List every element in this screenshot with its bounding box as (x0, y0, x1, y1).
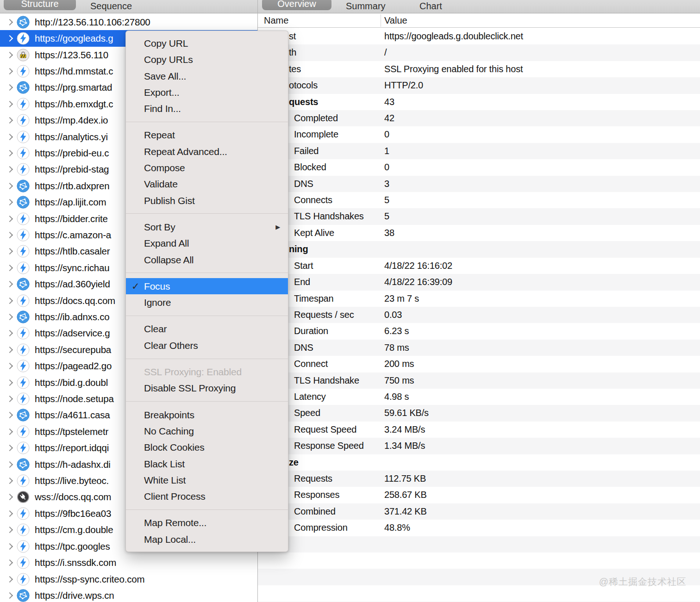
chevron-right-icon[interactable] (6, 314, 13, 320)
table-row[interactable]: Response Speed1.34 MB/s (258, 438, 700, 454)
table-row[interactable]: Incomplete0 (258, 126, 700, 143)
menu-item-validate[interactable]: Validate (126, 176, 288, 192)
chevron-right-icon[interactable] (6, 101, 13, 107)
menu-item-save-all[interactable]: Save All... (126, 68, 288, 84)
column-header-name[interactable]: Name (264, 15, 288, 26)
tab-overview[interactable]: Overview (262, 0, 331, 10)
chevron-right-icon[interactable] (6, 183, 13, 189)
column-header-value[interactable]: Value (384, 15, 407, 26)
chevron-right-icon[interactable] (6, 133, 13, 140)
url-row[interactable]: https://drive.wps.cn (0, 587, 257, 602)
chevron-right-icon[interactable] (6, 248, 13, 254)
chevron-right-icon[interactable] (6, 51, 13, 58)
menu-item-map-local[interactable]: Map Local... (126, 531, 288, 547)
chevron-right-icon[interactable] (6, 199, 13, 205)
table-row[interactable]: Request Speed3.24 MB/s (258, 422, 700, 438)
table-row[interactable]: Start4/18/22 16:16:02 (258, 258, 700, 274)
menu-item-export[interactable]: Export... (126, 84, 288, 100)
menu-item-no-caching[interactable]: No Caching (126, 423, 288, 439)
table-row[interactable]: TLS Handshakes5 (258, 208, 700, 224)
menu-item-focus[interactable]: ✓Focus (126, 278, 288, 294)
table-row[interactable]: tesSSL Proxying enabled for this host (258, 61, 700, 77)
chevron-right-icon[interactable] (6, 150, 13, 156)
table-row[interactable]: Combined371.42 KB (258, 503, 700, 520)
table-row[interactable]: TLS Handshake750 ms (258, 372, 700, 389)
menu-item-repeat-advanced[interactable]: Repeat Advanced... (126, 143, 288, 160)
chevron-right-icon[interactable] (6, 510, 13, 517)
table-row[interactable]: Completed42 (258, 110, 700, 126)
table-row[interactable]: Latency4.98 s (258, 389, 700, 405)
table-row[interactable]: Blocked0 (258, 159, 700, 175)
table-row[interactable]: ning (258, 241, 700, 257)
menu-item-copy-url[interactable]: Copy URL (126, 35, 288, 51)
chevron-right-icon[interactable] (6, 298, 13, 304)
url-row[interactable]: https://ssp-sync.criteo.com (0, 571, 257, 587)
table-row[interactable]: otocolsHTTP/2.0 (258, 77, 700, 93)
table-row[interactable]: sthttps://googleads.g.doubleclick.net (258, 28, 700, 44)
chevron-right-icon[interactable] (6, 527, 13, 533)
table-row[interactable]: Connect200 ms (258, 356, 700, 372)
menu-item-clear[interactable]: Clear (126, 321, 288, 337)
menu-item-copy-urls[interactable]: Copy URLs (126, 51, 288, 68)
menu-item-black-list[interactable]: Black List (126, 456, 288, 472)
column-divider[interactable] (381, 14, 381, 27)
menu-item-compose[interactable]: Compose (126, 160, 288, 176)
menu-item-disable-ssl-proxying[interactable]: Disable SSL Proxying (126, 380, 288, 396)
chevron-right-icon[interactable] (6, 543, 13, 550)
url-row[interactable]: http://123.56.110.106:27800 (0, 14, 257, 30)
chevron-right-icon[interactable] (6, 494, 13, 500)
chevron-right-icon[interactable] (6, 281, 13, 287)
menu-item-ignore[interactable]: Ignore (126, 294, 288, 310)
chevron-right-icon[interactable] (6, 576, 13, 582)
menu-item-sort-by[interactable]: Sort By▶ (126, 219, 288, 235)
menu-item-find-in[interactable]: Find In... (126, 100, 288, 117)
table-row[interactable]: Compression48.8% (258, 520, 700, 536)
table-row[interactable]: Duration6.23 s (258, 323, 700, 339)
table-row[interactable]: Speed59.61 KB/s (258, 405, 700, 421)
table-row[interactable]: Requests112.75 KB (258, 471, 700, 487)
table-row[interactable] (258, 536, 700, 552)
table-row[interactable]: Responses258.67 KB (258, 487, 700, 503)
menu-item-block-cookies[interactable]: Block Cookies (126, 439, 288, 455)
table-row[interactable]: End4/18/22 16:39:09 (258, 274, 700, 290)
chevron-right-icon[interactable] (6, 396, 13, 402)
table-row[interactable]: Timespan23 m 7 s (258, 291, 700, 307)
chevron-right-icon[interactable] (6, 559, 13, 566)
chevron-right-icon[interactable] (6, 478, 13, 484)
tab-chart[interactable]: Chart (419, 0, 442, 12)
table-row[interactable] (258, 552, 700, 569)
menu-item-white-list[interactable]: White List (126, 472, 288, 488)
menu-item-collapse-all[interactable]: Collapse All (126, 252, 288, 268)
chevron-right-icon[interactable] (6, 68, 13, 74)
menu-item-repeat[interactable]: Repeat (126, 127, 288, 143)
chevron-right-icon[interactable] (6, 445, 13, 451)
menu-item-map-remote[interactable]: Map Remote... (126, 515, 288, 531)
chevron-right-icon[interactable] (6, 35, 13, 42)
menu-item-expand-all[interactable]: Expand All (126, 235, 288, 251)
chevron-right-icon[interactable] (6, 232, 13, 238)
table-row[interactable]: Connects5 (258, 192, 700, 208)
tab-structure[interactable]: Structure (4, 0, 76, 10)
chevron-right-icon[interactable] (6, 19, 13, 25)
tab-sequence[interactable]: Sequence (90, 0, 132, 12)
table-row[interactable]: Failed1 (258, 143, 700, 159)
chevron-right-icon[interactable] (6, 117, 13, 124)
chevron-right-icon[interactable] (6, 330, 13, 336)
table-row[interactable]: th/ (258, 44, 700, 61)
url-row[interactable]: https://i.snssdk.com (0, 554, 257, 571)
chevron-right-icon[interactable] (6, 216, 13, 222)
table-row[interactable]: Requests / sec0.03 (258, 307, 700, 323)
chevron-right-icon[interactable] (6, 166, 13, 173)
chevron-right-icon[interactable] (6, 428, 13, 435)
chevron-right-icon[interactable] (6, 347, 13, 353)
chevron-right-icon[interactable] (6, 379, 13, 386)
menu-item-clear-others[interactable]: Clear Others (126, 337, 288, 354)
chevron-right-icon[interactable] (6, 363, 13, 369)
menu-item-publish-gist[interactable]: Publish Gist (126, 192, 288, 209)
chevron-right-icon[interactable] (6, 461, 13, 468)
table-row[interactable]: ze (258, 454, 700, 471)
chevron-right-icon[interactable] (6, 412, 13, 418)
chevron-right-icon[interactable] (6, 84, 13, 91)
table-row[interactable]: Kept Alive38 (258, 225, 700, 241)
table-row[interactable]: DNS3 (258, 176, 700, 192)
